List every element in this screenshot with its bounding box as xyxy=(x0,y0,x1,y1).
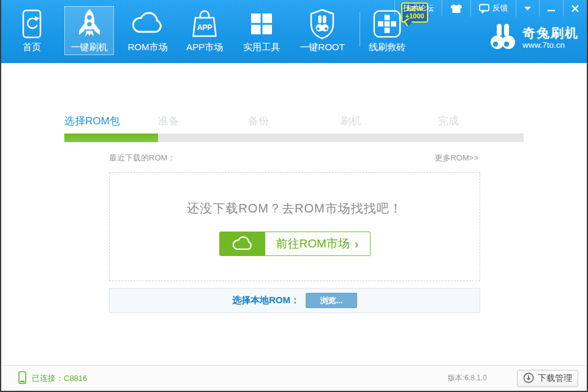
nav-label: ROM市场 xyxy=(119,42,176,53)
step-backup: 备份 xyxy=(248,114,269,128)
connection-status: 已连接：C8816 xyxy=(18,366,87,391)
nav-item-home[interactable]: 首页 xyxy=(10,6,53,55)
menu-button[interactable] xyxy=(516,0,539,17)
minimize-button[interactable] xyxy=(539,0,563,17)
step-select-rom: 选择ROM包 xyxy=(64,114,120,128)
version-text: 版本:6.8.1.0 xyxy=(448,366,487,391)
status-bar: 已连接：C8816 版本:6.8.1.0 下载管理 xyxy=(1,365,587,391)
nav-label: 首页 xyxy=(11,42,53,53)
window-toolbar: 技术论坛 反馈 xyxy=(394,0,587,17)
brand-name: 奇兔刷机 xyxy=(522,26,579,40)
close-icon xyxy=(571,5,579,12)
shopping-bag-app-icon: APP xyxy=(176,8,233,40)
close-button[interactable] xyxy=(563,0,587,17)
local-rom-label: 选择本地ROM： xyxy=(232,295,300,306)
nav-label: 线刷救砖 xyxy=(362,42,412,53)
nav-item-rom-market[interactable]: ROM市场 xyxy=(119,6,176,55)
app-window: 首页 一键刷机 ROM市场 APP APP市场 实用工具 xyxy=(0,0,588,392)
progress-bar xyxy=(64,134,524,142)
cloud-icon xyxy=(119,8,176,40)
nav-item-one-key-flash[interactable]: 一键刷机 xyxy=(64,6,114,55)
rabbit-icon xyxy=(489,23,517,53)
phone-refresh-icon xyxy=(11,8,53,40)
nav-item-app-market[interactable]: APP APP市场 xyxy=(176,6,233,55)
caret-down-icon xyxy=(524,7,531,10)
tshirt-icon xyxy=(450,4,462,13)
header: 首页 一键刷机 ROM市场 APP APP市场 实用工具 xyxy=(1,0,587,63)
step-finish: 完成 xyxy=(438,114,459,128)
connection-text: 已连接：C8816 xyxy=(32,373,87,384)
step-flash: 刷机 xyxy=(341,114,361,128)
nav-label: APP市场 xyxy=(176,42,233,53)
goto-rom-market-button[interactable]: 前往ROM市场 › xyxy=(219,232,371,256)
download-manager-label: 下载管理 xyxy=(538,373,572,384)
goto-rom-market-label: 前往ROM市场 xyxy=(276,236,350,252)
forum-button[interactable]: 技术论坛 xyxy=(394,0,442,17)
recent-rom-label: 最近下载的ROM： xyxy=(109,153,175,164)
shield-rabbit-icon xyxy=(291,8,353,40)
phone-icon xyxy=(18,371,26,386)
local-rom-row: 选择本地ROM： 浏览... xyxy=(109,288,480,313)
skin-button[interactable] xyxy=(442,0,470,17)
svg-text:APP: APP xyxy=(197,23,213,32)
step-prepare: 准备 xyxy=(158,114,179,128)
feedback-button[interactable]: 反馈 xyxy=(470,0,516,17)
grid-squares-icon xyxy=(233,8,290,40)
rom-empty-panel: 还没下载ROM？去ROM市场找找吧！ 前往ROM市场 › xyxy=(109,172,480,281)
nav-item-one-key-root[interactable]: 一键ROOT xyxy=(290,6,354,55)
speech-bubble-icon xyxy=(479,4,492,13)
browse-button[interactable]: 浏览... xyxy=(306,293,357,308)
forum-label: 技术论坛 xyxy=(403,3,434,13)
download-manager-button[interactable]: 下载管理 xyxy=(517,370,578,387)
brand-url: www.7to.cn xyxy=(522,40,579,50)
download-circle-icon xyxy=(523,372,534,385)
nav-label: 一键刷机 xyxy=(65,42,113,53)
minimize-icon xyxy=(548,5,555,12)
feedback-label: 反馈 xyxy=(492,3,508,13)
more-rom-link[interactable]: 更多ROM>> xyxy=(434,153,478,164)
chevron-right-icon: › xyxy=(355,238,359,250)
nav-divider xyxy=(360,12,360,47)
rocket-icon xyxy=(65,8,113,40)
empty-message: 还没下载ROM？去ROM市场找找吧！ xyxy=(110,200,480,217)
nav-label: 实用工具 xyxy=(233,42,290,53)
nav-item-tools[interactable]: 实用工具 xyxy=(233,6,290,55)
cloud-icon xyxy=(220,232,265,255)
brand-logo: 奇兔刷机 www.7to.cn xyxy=(489,23,579,53)
nav-label: 一键ROOT xyxy=(291,42,353,53)
progress-bar-fill xyxy=(64,134,158,142)
